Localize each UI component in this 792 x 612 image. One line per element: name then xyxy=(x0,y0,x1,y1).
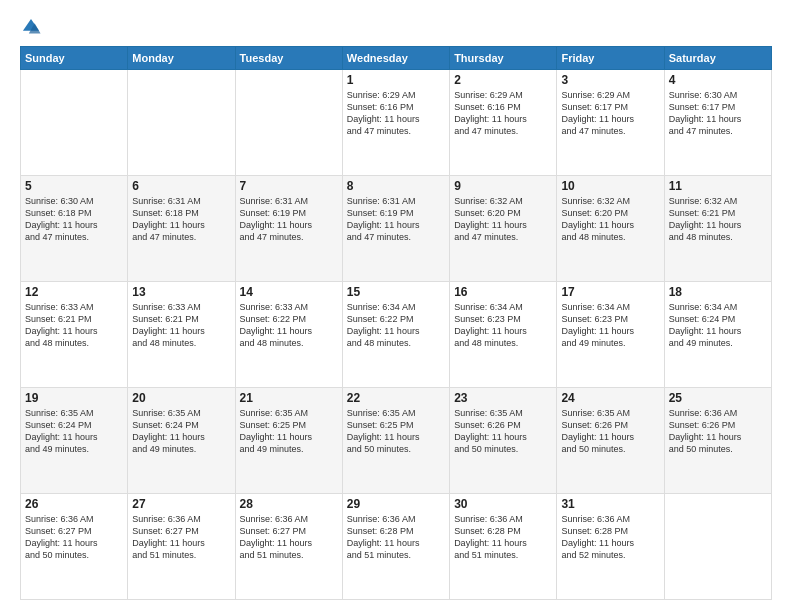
day-info: Sunrise: 6:33 AM Sunset: 6:21 PM Dayligh… xyxy=(132,301,230,350)
calendar-cell xyxy=(21,70,128,176)
day-info: Sunrise: 6:31 AM Sunset: 6:19 PM Dayligh… xyxy=(347,195,445,244)
day-info: Sunrise: 6:35 AM Sunset: 6:26 PM Dayligh… xyxy=(454,407,552,456)
day-info: Sunrise: 6:34 AM Sunset: 6:24 PM Dayligh… xyxy=(669,301,767,350)
day-number: 6 xyxy=(132,179,230,193)
calendar-cell: 19Sunrise: 6:35 AM Sunset: 6:24 PM Dayli… xyxy=(21,388,128,494)
calendar-week-row: 26Sunrise: 6:36 AM Sunset: 6:27 PM Dayli… xyxy=(21,494,772,600)
day-info: Sunrise: 6:30 AM Sunset: 6:18 PM Dayligh… xyxy=(25,195,123,244)
calendar-cell: 21Sunrise: 6:35 AM Sunset: 6:25 PM Dayli… xyxy=(235,388,342,494)
day-info: Sunrise: 6:35 AM Sunset: 6:25 PM Dayligh… xyxy=(347,407,445,456)
calendar-cell: 14Sunrise: 6:33 AM Sunset: 6:22 PM Dayli… xyxy=(235,282,342,388)
day-number: 25 xyxy=(669,391,767,405)
day-number: 29 xyxy=(347,497,445,511)
day-info: Sunrise: 6:35 AM Sunset: 6:26 PM Dayligh… xyxy=(561,407,659,456)
calendar-cell: 26Sunrise: 6:36 AM Sunset: 6:27 PM Dayli… xyxy=(21,494,128,600)
logo xyxy=(20,16,46,38)
weekday-header-friday: Friday xyxy=(557,47,664,70)
day-info: Sunrise: 6:33 AM Sunset: 6:21 PM Dayligh… xyxy=(25,301,123,350)
day-info: Sunrise: 6:32 AM Sunset: 6:21 PM Dayligh… xyxy=(669,195,767,244)
day-info: Sunrise: 6:35 AM Sunset: 6:25 PM Dayligh… xyxy=(240,407,338,456)
calendar-cell: 9Sunrise: 6:32 AM Sunset: 6:20 PM Daylig… xyxy=(450,176,557,282)
calendar-cell: 12Sunrise: 6:33 AM Sunset: 6:21 PM Dayli… xyxy=(21,282,128,388)
day-info: Sunrise: 6:36 AM Sunset: 6:27 PM Dayligh… xyxy=(25,513,123,562)
calendar-cell: 17Sunrise: 6:34 AM Sunset: 6:23 PM Dayli… xyxy=(557,282,664,388)
day-number: 14 xyxy=(240,285,338,299)
day-info: Sunrise: 6:36 AM Sunset: 6:28 PM Dayligh… xyxy=(454,513,552,562)
day-info: Sunrise: 6:34 AM Sunset: 6:22 PM Dayligh… xyxy=(347,301,445,350)
calendar-week-row: 12Sunrise: 6:33 AM Sunset: 6:21 PM Dayli… xyxy=(21,282,772,388)
calendar-cell: 30Sunrise: 6:36 AM Sunset: 6:28 PM Dayli… xyxy=(450,494,557,600)
day-number: 19 xyxy=(25,391,123,405)
calendar-cell xyxy=(128,70,235,176)
day-number: 5 xyxy=(25,179,123,193)
calendar-cell: 4Sunrise: 6:30 AM Sunset: 6:17 PM Daylig… xyxy=(664,70,771,176)
day-info: Sunrise: 6:33 AM Sunset: 6:22 PM Dayligh… xyxy=(240,301,338,350)
day-info: Sunrise: 6:36 AM Sunset: 6:28 PM Dayligh… xyxy=(561,513,659,562)
day-number: 10 xyxy=(561,179,659,193)
day-info: Sunrise: 6:31 AM Sunset: 6:18 PM Dayligh… xyxy=(132,195,230,244)
calendar-cell: 15Sunrise: 6:34 AM Sunset: 6:22 PM Dayli… xyxy=(342,282,449,388)
weekday-header-monday: Monday xyxy=(128,47,235,70)
calendar-cell xyxy=(235,70,342,176)
calendar-cell: 13Sunrise: 6:33 AM Sunset: 6:21 PM Dayli… xyxy=(128,282,235,388)
day-number: 3 xyxy=(561,73,659,87)
day-number: 4 xyxy=(669,73,767,87)
day-info: Sunrise: 6:36 AM Sunset: 6:28 PM Dayligh… xyxy=(347,513,445,562)
calendar-cell: 24Sunrise: 6:35 AM Sunset: 6:26 PM Dayli… xyxy=(557,388,664,494)
day-info: Sunrise: 6:29 AM Sunset: 6:16 PM Dayligh… xyxy=(347,89,445,138)
calendar-cell: 18Sunrise: 6:34 AM Sunset: 6:24 PM Dayli… xyxy=(664,282,771,388)
day-number: 12 xyxy=(25,285,123,299)
calendar-cell xyxy=(664,494,771,600)
weekday-header-sunday: Sunday xyxy=(21,47,128,70)
calendar-cell: 10Sunrise: 6:32 AM Sunset: 6:20 PM Dayli… xyxy=(557,176,664,282)
day-number: 13 xyxy=(132,285,230,299)
day-number: 18 xyxy=(669,285,767,299)
calendar-cell: 2Sunrise: 6:29 AM Sunset: 6:16 PM Daylig… xyxy=(450,70,557,176)
weekday-header-saturday: Saturday xyxy=(664,47,771,70)
calendar-header: SundayMondayTuesdayWednesdayThursdayFrid… xyxy=(21,47,772,70)
day-info: Sunrise: 6:36 AM Sunset: 6:27 PM Dayligh… xyxy=(240,513,338,562)
calendar-cell: 3Sunrise: 6:29 AM Sunset: 6:17 PM Daylig… xyxy=(557,70,664,176)
day-number: 23 xyxy=(454,391,552,405)
header xyxy=(20,16,772,38)
calendar-cell: 25Sunrise: 6:36 AM Sunset: 6:26 PM Dayli… xyxy=(664,388,771,494)
day-number: 30 xyxy=(454,497,552,511)
day-info: Sunrise: 6:36 AM Sunset: 6:27 PM Dayligh… xyxy=(132,513,230,562)
calendar-cell: 7Sunrise: 6:31 AM Sunset: 6:19 PM Daylig… xyxy=(235,176,342,282)
calendar-body: 1Sunrise: 6:29 AM Sunset: 6:16 PM Daylig… xyxy=(21,70,772,600)
weekday-header-wednesday: Wednesday xyxy=(342,47,449,70)
day-number: 1 xyxy=(347,73,445,87)
calendar-cell: 22Sunrise: 6:35 AM Sunset: 6:25 PM Dayli… xyxy=(342,388,449,494)
day-number: 26 xyxy=(25,497,123,511)
calendar-cell: 16Sunrise: 6:34 AM Sunset: 6:23 PM Dayli… xyxy=(450,282,557,388)
calendar-cell: 1Sunrise: 6:29 AM Sunset: 6:16 PM Daylig… xyxy=(342,70,449,176)
calendar-week-row: 1Sunrise: 6:29 AM Sunset: 6:16 PM Daylig… xyxy=(21,70,772,176)
calendar-cell: 11Sunrise: 6:32 AM Sunset: 6:21 PM Dayli… xyxy=(664,176,771,282)
logo-icon xyxy=(20,16,42,38)
calendar-week-row: 19Sunrise: 6:35 AM Sunset: 6:24 PM Dayli… xyxy=(21,388,772,494)
day-number: 24 xyxy=(561,391,659,405)
calendar-cell: 29Sunrise: 6:36 AM Sunset: 6:28 PM Dayli… xyxy=(342,494,449,600)
day-number: 17 xyxy=(561,285,659,299)
weekday-header-thursday: Thursday xyxy=(450,47,557,70)
day-info: Sunrise: 6:34 AM Sunset: 6:23 PM Dayligh… xyxy=(561,301,659,350)
day-info: Sunrise: 6:30 AM Sunset: 6:17 PM Dayligh… xyxy=(669,89,767,138)
day-number: 20 xyxy=(132,391,230,405)
day-number: 8 xyxy=(347,179,445,193)
day-info: Sunrise: 6:32 AM Sunset: 6:20 PM Dayligh… xyxy=(561,195,659,244)
day-info: Sunrise: 6:36 AM Sunset: 6:26 PM Dayligh… xyxy=(669,407,767,456)
day-number: 22 xyxy=(347,391,445,405)
calendar-cell: 23Sunrise: 6:35 AM Sunset: 6:26 PM Dayli… xyxy=(450,388,557,494)
day-number: 31 xyxy=(561,497,659,511)
day-info: Sunrise: 6:29 AM Sunset: 6:17 PM Dayligh… xyxy=(561,89,659,138)
day-info: Sunrise: 6:31 AM Sunset: 6:19 PM Dayligh… xyxy=(240,195,338,244)
calendar-cell: 5Sunrise: 6:30 AM Sunset: 6:18 PM Daylig… xyxy=(21,176,128,282)
day-number: 28 xyxy=(240,497,338,511)
weekday-header-tuesday: Tuesday xyxy=(235,47,342,70)
calendar-cell: 28Sunrise: 6:36 AM Sunset: 6:27 PM Dayli… xyxy=(235,494,342,600)
calendar-week-row: 5Sunrise: 6:30 AM Sunset: 6:18 PM Daylig… xyxy=(21,176,772,282)
day-number: 7 xyxy=(240,179,338,193)
day-info: Sunrise: 6:29 AM Sunset: 6:16 PM Dayligh… xyxy=(454,89,552,138)
calendar-cell: 20Sunrise: 6:35 AM Sunset: 6:24 PM Dayli… xyxy=(128,388,235,494)
day-number: 11 xyxy=(669,179,767,193)
